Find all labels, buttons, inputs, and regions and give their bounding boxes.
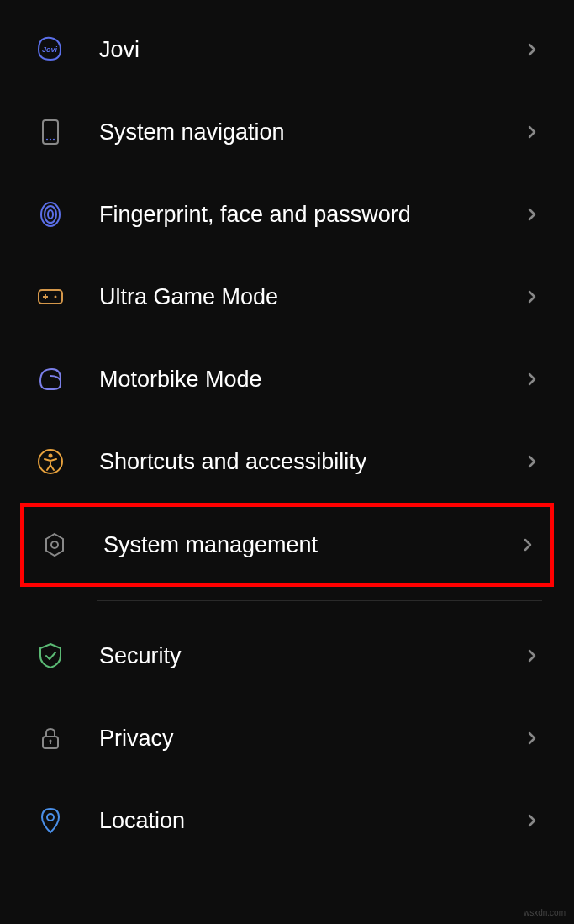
fingerprint-icon [35,199,66,230]
svg-point-7 [48,210,53,219]
settings-item-label: System management [103,532,518,558]
settings-item-motorbike-mode[interactable]: Motorbike Mode [0,338,574,420]
settings-item-label: System navigation [99,119,522,145]
settings-item-system-navigation[interactable]: System navigation [0,91,574,173]
watermark: wsxdn.com [524,908,566,917]
settings-item-label: Motorbike Mode [99,367,522,393]
svg-point-18 [47,814,54,821]
settings-item-label: Jovi [99,37,522,63]
section-divider [97,600,542,601]
settings-item-label: Shortcuts and accessibility [99,449,522,475]
svg-point-2 [46,139,48,140]
svg-point-3 [50,139,51,140]
chevron-right-icon [518,535,538,555]
chevron-right-icon [522,369,542,389]
svg-point-4 [53,139,55,140]
settings-item-label: Security [99,643,522,669]
svg-point-14 [51,541,58,548]
svg-rect-8 [39,290,62,304]
svg-text:Jovi: Jovi [42,45,58,54]
shield-check-icon [35,641,66,671]
helmet-icon [35,364,66,394]
settings-item-label: Privacy [99,726,522,752]
settings-item-location[interactable]: Location [0,779,574,862]
chevron-right-icon [522,810,542,831]
jovi-icon: Jovi [35,34,66,65]
chevron-right-icon [522,40,542,60]
settings-item-label: Ultra Game Mode [99,284,522,310]
settings-item-label: Location [99,808,522,834]
settings-item-privacy[interactable]: Privacy [0,697,574,779]
settings-item-security[interactable]: Security [0,615,574,697]
chevron-right-icon [522,728,542,748]
svg-point-13 [49,454,53,458]
settings-item-system-management[interactable]: System management [20,503,554,587]
phone-nav-icon [35,117,66,147]
lock-icon [35,723,66,753]
svg-point-6 [45,206,56,223]
accessibility-icon [35,446,66,477]
settings-list: Jovi Jovi System navigation Fingerprint,… [0,0,574,862]
gamepad-icon [35,282,66,312]
chevron-right-icon [522,646,542,666]
chevron-right-icon [522,451,542,472]
settings-item-label: Fingerprint, face and password [99,202,522,228]
settings-item-fingerprint[interactable]: Fingerprint, face and password [0,173,574,256]
gear-icon [39,530,70,560]
settings-item-jovi[interactable]: Jovi Jovi [0,8,574,91]
group-spacer [0,608,574,615]
location-pin-icon [35,805,66,836]
chevron-right-icon [522,287,542,307]
svg-point-11 [55,296,57,298]
chevron-right-icon [522,122,542,142]
settings-item-shortcuts-accessibility[interactable]: Shortcuts and accessibility [0,420,574,503]
group-spacer [0,587,574,594]
chevron-right-icon [522,204,542,224]
settings-item-ultra-game-mode[interactable]: Ultra Game Mode [0,256,574,338]
